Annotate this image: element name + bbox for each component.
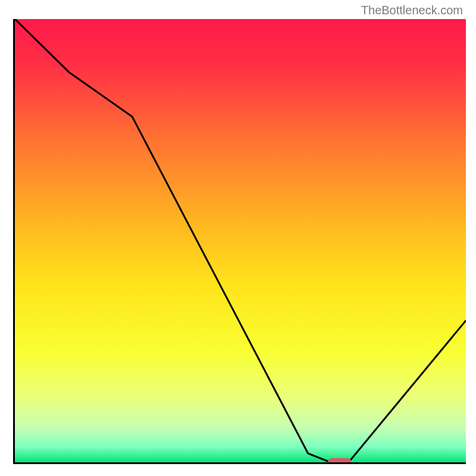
bottleneck-curve (15, 19, 466, 462)
watermark-text: TheBottleneck.com (361, 4, 463, 17)
chart-container: TheBottleneck.com (0, 0, 476, 476)
plot-area (13, 19, 466, 464)
minimum-marker (328, 458, 352, 464)
